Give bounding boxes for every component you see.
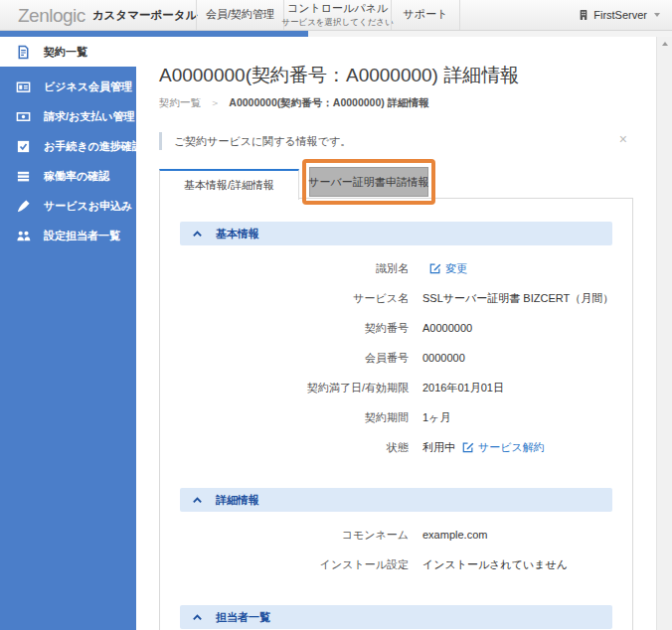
- section-title: 詳細情報: [216, 493, 259, 508]
- section-header-staff-list[interactable]: 担当者一覧: [180, 605, 612, 629]
- banner-text: ご契約サービスに関する情報です。: [174, 134, 351, 149]
- account-menu[interactable]: FirstServer: [579, 0, 672, 30]
- tab-server-certificate[interactable]: サーバー証明書申請情報: [309, 167, 428, 197]
- scroll-up-button[interactable]: [657, 37, 672, 51]
- field-label: 契約番号: [160, 321, 409, 336]
- field-row-install-setting: インストール設定 インストールされていません: [160, 550, 632, 579]
- sidebar-item-admin-list[interactable]: 設定担当者一覧: [0, 221, 136, 250]
- field-row-status: 状態 利用中 サービス解約: [160, 432, 632, 462]
- section-header-basic-info[interactable]: 基本情報: [180, 222, 612, 245]
- field-label: 契約期間: [160, 410, 409, 425]
- chevron-up-icon: [192, 495, 203, 506]
- sidebar-item-label: サービスお申込み: [44, 199, 132, 214]
- loading-strip: [0, 31, 672, 37]
- admin-list-icon: [16, 229, 31, 243]
- tab-bar: 基本情報/詳細情報 サーバー証明書申請情報: [159, 159, 656, 199]
- nav-label: サポート: [404, 7, 448, 22]
- field-value-text: 1ヶ月: [422, 410, 450, 425]
- chevron-down-icon: [654, 13, 660, 17]
- header-nav: 会員/契約管理 コントロールパネル サービスを選択してください サポート: [196, 0, 460, 30]
- breadcrumb-separator-icon: ＞: [210, 96, 221, 108]
- progress-check-icon: [16, 139, 31, 154]
- info-banner: ご契約サービスに関する情報です。 ×: [159, 131, 633, 151]
- portal-subtitle: カスタマーポータル: [92, 8, 197, 23]
- field-row-member-number: 会員番号 0000000: [160, 343, 632, 373]
- sidebar-item-billing[interactable]: 請求/お支払い管理: [0, 101, 136, 131]
- sidebar-item-service-apply[interactable]: サービスお申込み: [0, 191, 136, 221]
- field-label: 契約満了日/有効期限: [160, 381, 409, 395]
- loading-strip-fill: [0, 31, 308, 37]
- zenlogic-logo-text: Zenlogic: [18, 6, 85, 25]
- field-value: SSLサーバー証明書 BIZCERT（月間）: [422, 291, 613, 306]
- field-value-text: 利用中: [422, 440, 455, 455]
- link-label: 変更: [445, 261, 467, 276]
- section-title: 担当者一覧: [216, 610, 270, 625]
- tab-label: サーバー証明書申請情報: [308, 175, 429, 190]
- business-member-icon: [16, 79, 31, 94]
- sidebar-item-uptime[interactable]: 稼働率の確認: [0, 161, 136, 191]
- account-name: FirstServer: [593, 9, 647, 21]
- logo[interactable]: Zenlogic カスタマーポータル: [0, 0, 196, 30]
- sidebar-item-label: 請求/お支払い管理: [44, 109, 135, 124]
- sidebar-item-progress-check[interactable]: お手続きの進捗確認: [0, 131, 136, 161]
- detail-panel: 基本情報 識別名 変更 サービス名: [159, 198, 633, 630]
- basic-info-rows: 識別名 変更 サービス名 SSLサーバー証明書 BIZCERT（月間）: [160, 245, 632, 462]
- field-label: コモンネーム: [160, 528, 409, 543]
- field-value-text: 2016年01月01日: [422, 381, 504, 395]
- field-value: A0000000: [422, 322, 472, 334]
- field-label: 状態: [160, 440, 409, 455]
- sidebar-item-label: 稼働率の確認: [44, 169, 109, 184]
- field-value-text: A0000000: [422, 322, 472, 334]
- section-header-detail-info[interactable]: 詳細情報: [180, 488, 612, 512]
- chevron-up-icon: [192, 612, 203, 623]
- tab-basic-info[interactable]: 基本情報/詳細情報: [159, 169, 299, 200]
- tab-label: 基本情報/詳細情報: [184, 178, 274, 193]
- nav-member-contract[interactable]: 会員/契約管理: [196, 0, 283, 30]
- edit-icon: [462, 441, 474, 453]
- vertical-scrollbar[interactable]: [656, 37, 672, 630]
- field-value: インストールされていません: [422, 557, 568, 572]
- nav-control-panel[interactable]: コントロールパネル サービスを選択してください: [283, 0, 391, 30]
- link-label: サービス解約: [478, 440, 545, 455]
- section-title: 基本情報: [216, 227, 259, 241]
- sidebar-item-contract-list[interactable]: 契約一覧: [0, 37, 136, 67]
- close-icon[interactable]: ×: [619, 132, 627, 146]
- field-value: 2016年01月01日: [422, 381, 504, 395]
- field-row-common-name: コモンネーム example.com: [160, 520, 632, 550]
- main-content: A0000000(契約番号：A0000000) 詳細情報 契約一覧 ＞ A000…: [136, 37, 656, 630]
- sidebar-item-label: お手続きの進捗確認: [44, 139, 143, 154]
- detail-info-rows: コモンネーム example.com インストール設定 インストールされていませ…: [160, 512, 632, 579]
- top-header: Zenlogic カスタマーポータル 会員/契約管理 コントロールパネル サービ…: [0, 0, 672, 31]
- field-value-text: 0000000: [422, 352, 465, 364]
- sidebar-item-label: 契約一覧: [44, 45, 87, 60]
- uptime-icon: [16, 169, 31, 184]
- field-label: サービス名: [160, 291, 409, 306]
- nav-label: コントロールパネル: [287, 1, 388, 16]
- field-row-expiry-date: 契約満了日/有効期限 2016年01月01日: [160, 373, 632, 402]
- page-title: A0000000(契約番号：A0000000) 詳細情報: [159, 63, 656, 88]
- scroll-up-arrow-icon: [662, 42, 668, 46]
- field-value: example.com: [422, 529, 487, 541]
- breadcrumb-current: A0000000(契約番号：A0000000) 詳細情報: [229, 96, 428, 108]
- field-row-service-name: サービス名 SSLサーバー証明書 BIZCERT（月間）: [160, 283, 632, 313]
- sidebar-item-business-member[interactable]: ビジネス会員管理: [0, 72, 136, 101]
- field-value-text: インストールされていません: [422, 557, 568, 572]
- nav-support[interactable]: サポート: [391, 0, 460, 30]
- banner-accent-bar: [159, 132, 162, 150]
- field-row-contract-number: 契約番号 A0000000: [160, 313, 632, 343]
- nav-label: 会員/契約管理: [206, 7, 274, 22]
- cancel-service-link[interactable]: サービス解約: [462, 440, 545, 455]
- breadcrumb-parent[interactable]: 契約一覧: [159, 96, 201, 108]
- field-value: 利用中 サービス解約: [422, 440, 545, 455]
- field-row-contract-period: 契約期間 1ヶ月: [160, 402, 632, 432]
- field-label: インストール設定: [160, 557, 409, 572]
- breadcrumb: 契約一覧 ＞ A0000000(契約番号：A0000000) 詳細情報: [159, 96, 656, 110]
- annotation-highlight-box: サーバー証明書申請情報: [302, 159, 435, 205]
- change-link[interactable]: 変更: [429, 261, 467, 276]
- field-label: 会員番号: [160, 351, 409, 366]
- sidebar-item-label: 設定担当者一覧: [44, 229, 120, 243]
- chevron-up-icon: [192, 229, 203, 239]
- billing-icon: [16, 109, 31, 124]
- nav-sublabel: サービスを選択してください: [281, 17, 394, 29]
- field-value: 変更: [422, 261, 467, 276]
